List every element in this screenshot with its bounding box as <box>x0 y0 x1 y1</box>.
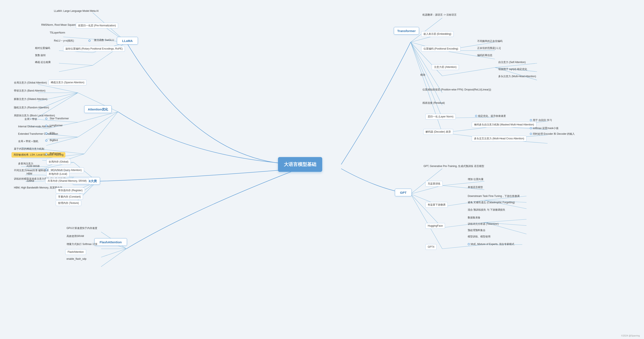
gpt4-moe: MoE, Mixture of Experts, 混合专家模式 <box>466 242 516 246</box>
flash-label: FlashAttention <box>100 240 122 244</box>
svg-line-42 <box>78 112 118 137</box>
transformer-pos: 位置编码 (Positional Encoding) <box>421 46 460 52</box>
svg-line-8 <box>59 65 93 72</box>
svg-line-68 <box>101 249 126 257</box>
attn-band: 带状注意力 (Band Attention) <box>13 89 46 93</box>
transformer-module: 模块 <box>419 73 427 77</box>
svg-line-69 <box>101 249 126 267</box>
transformer-label: Transformer <box>397 29 416 33</box>
llama-complex: 复数·旋转 <box>34 53 47 58</box>
gpt-tokenizer: 训练词元分析器 (Tokenizer) <box>466 222 500 226</box>
flash-softmax: 增量方式执行 Softmax 计算 <box>65 242 99 246</box>
transformer-residual: 残差连接 (Residual) <box>421 101 446 105</box>
longformer-circle <box>45 125 48 127</box>
transformer-mha: 多头注意力 (Multi-Head Attention) <box>497 74 537 79</box>
gpu-hbm2: HBM <box>25 172 34 176</box>
etc-circle <box>45 132 48 135</box>
gpt-unsup: 无监督训练 <box>426 181 443 187</box>
llama-relu: ReLU ~ y=x(线性) <box>53 39 75 43</box>
gpt-mix: 混合 预训练损失 与 下游微调损失 <box>466 208 506 212</box>
gpu-texture: 纹理内存 (Texture) <box>56 200 81 206</box>
transformer-masked: 掩码多头自注意力机制 (Masked Multi-Head Attention) <box>472 122 536 128</box>
gpu-local-node: 本地内存 (Local) <box>46 171 70 177</box>
svg-line-71 <box>411 186 442 194</box>
transformer-layernorm1: 稳定优化、提升收敛速度 <box>474 114 507 118</box>
transformer-ffn: 位置感知前馈层 (Position-wise FFN): Dropout(ReL… <box>421 88 492 92</box>
gpu-register: 寄存器内存 (Register) <box>56 188 85 193</box>
svg-line-46 <box>84 112 118 154</box>
attn-content: 基于内容的稀疏注意力机制 <box>13 147 46 151</box>
llama-rope: 旋转位置编码 (Rotary Positional Encodings, RoP… <box>63 46 125 52</box>
gpt-preprocess: 预处理预料集合 <box>466 228 487 232</box>
llama-rmsnorm: RMSNorm, Root Mean Square <box>40 23 77 27</box>
attn-internal: Internal Global-node Attention <box>17 124 53 129</box>
attn-longformer: Longformer <box>48 123 64 128</box>
svg-line-79 <box>411 194 442 228</box>
transformer-cross: 多头交叉注意力 (Multi-Head Cross Attention) <box>472 136 526 141</box>
attention-label: Attention优化 <box>88 107 108 112</box>
transformer-attention-node: 注意力层 (Attention) <box>432 64 459 70</box>
attn-global: 全局注意力 (Global Attention) <box>13 81 48 85</box>
transformer-pos3: 编码距离信息 <box>476 53 494 58</box>
attn-bigbird: BigBird <box>48 138 59 143</box>
gpt-downstream: Downstream Task Fine-Tuning，下游任务微调 <box>466 194 521 198</box>
attn-etcl: ETC <box>48 131 56 136</box>
transformer-scale: 缩放因子 sqrt(d) 稳定优化 <box>497 67 528 72</box>
gpt-pretrain: GPT, Generative Pre-Training, 生成式预训练 语言模… <box>422 164 486 168</box>
llama-swiglu: 激活函数 SwiGLU <box>93 38 115 42</box>
llama-label: LLaMA <box>122 39 133 43</box>
gpt-label: GPT <box>400 190 407 195</box>
transformer-mt: 机器翻译：源语言 -> 目标语言 <box>421 13 458 17</box>
attn-random: 随机注意力 (Random Attention) <box>13 105 50 110</box>
llama-sparse: 稀疏·近位相乘 <box>34 60 52 65</box>
gpt-train: 模型训练、模型使用 <box>466 234 492 239</box>
attn-dilated: 膨胀注意力 (Dilated Attention) <box>13 97 49 101</box>
flash-label-node: FlashAttention <box>65 249 86 255</box>
llama-relative: 相对位置编码 <box>34 46 52 50</box>
transformer-decoder: 解码器 (Decoder) 差异 <box>423 129 453 135</box>
gpt4-node: GPT4 <box>426 244 436 250</box>
transformer-branch[interactable]: Transformer <box>394 27 419 35</box>
flash-branch[interactable]: FlashAttention <box>94 238 127 246</box>
gpt-forget: 避免 灾难性遗忘 (Catastrophic Forgetting) <box>466 200 516 205</box>
llama-pre-norm: 前置归一化层 (Pre-Normalization) <box>76 23 118 29</box>
svg-line-4 <box>93 42 126 65</box>
attn-bigbird-combo: 全局＋带状＋随机 <box>17 139 40 144</box>
gpt-single: 单项语言模型 <box>466 185 484 190</box>
gpt-sup: 有监督下游微调 <box>426 202 448 208</box>
mind-map-canvas: 大语言模型基础 LLaMA LLaMA: Large Language Mode… <box>0 0 644 339</box>
attn-global-band: 全局＋带状 <box>23 117 38 121</box>
transformer-masked2: softmax 设置mask小值 <box>528 126 560 131</box>
llama-t5layer: T5LayerNorm <box>48 31 66 35</box>
bigbird-circle <box>45 140 48 142</box>
gpt-branch[interactable]: GPT <box>395 189 412 196</box>
transformer-layernorm: 层归一化 (Layer Norm) <box>426 114 456 120</box>
svg-line-37 <box>78 112 118 122</box>
swiglu-circle <box>88 40 90 42</box>
gpu-constant: 常量内存 (Constant) <box>56 194 83 200</box>
center-node: 大语言模型基础 <box>278 157 322 172</box>
transformer-pos1: 不同频率的正余弦编码 <box>476 39 504 44</box>
transformer-masked1: 用于 自回归 学习 <box>528 118 553 123</box>
svg-line-7 <box>59 63 93 65</box>
flash-gpu: GPU计算速度快于内存速度 <box>65 226 98 230</box>
flash-sram: 高效使用SRAM <box>65 234 85 238</box>
transformer-pos2: 正余弦的范围是[-1,1] <box>476 46 502 50</box>
attention-branch[interactable]: Attention优化 <box>84 105 112 113</box>
star-circle <box>45 118 48 120</box>
copyright: ©2024 @Sparring <box>621 334 640 337</box>
center-label: 大语言模型基础 <box>284 161 316 168</box>
svg-line-22 <box>411 42 442 118</box>
reformer-circle <box>45 153 48 155</box>
llama-branch[interactable]: LLaMA <box>117 37 138 45</box>
attn-reformer: ReFormer <box>48 151 62 156</box>
gpt-pos: 增加 位置向量 <box>466 177 485 182</box>
gpu-a100: A100 80GB <box>25 164 41 168</box>
attn-sparse: 稀疏注意力 (Sparse Attention) <box>48 80 86 85</box>
transformer-embed: 嵌入表示层 (Embedding) <box>421 31 454 37</box>
attn-star: Star-Transformer <box>48 116 70 121</box>
gpt-hf: HuggingFace <box>426 223 445 229</box>
transformer-cross1: 同时处理 Encoder 和 Decoder 的输入 <box>528 132 576 136</box>
llama-meta: LLaMA: Large Language Model Meta AI <box>53 9 100 13</box>
gpu-global-node: 全局内存 (Global) <box>46 159 71 165</box>
